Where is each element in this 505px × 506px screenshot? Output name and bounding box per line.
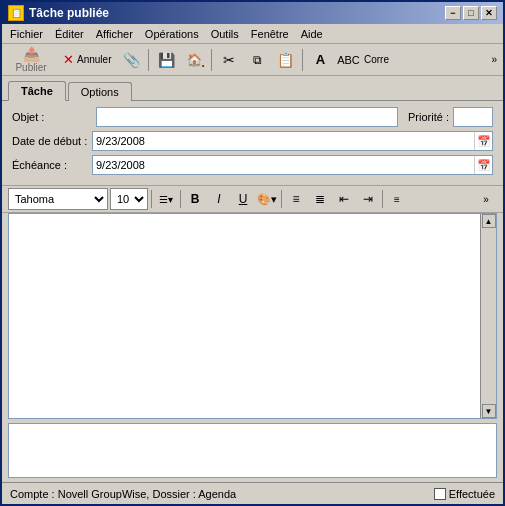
fmt-sep-1 bbox=[151, 190, 152, 208]
close-button[interactable]: ✕ bbox=[481, 6, 497, 20]
date-debut-wrap: 📅 bbox=[92, 131, 493, 151]
more-format-button[interactable]: ≡ bbox=[386, 188, 408, 210]
toolbar-separator-1 bbox=[148, 49, 149, 71]
effectuee-wrap: Effectuée bbox=[434, 488, 495, 500]
echeance-label: Échéance : bbox=[12, 159, 92, 171]
formatting-toolbar: Tahoma 10 ☰▾ B I U 🎨▾ ≡ ≣ ⇤ ⇥ ≡ » bbox=[2, 185, 503, 213]
editor-scrollbar: ▲ ▼ bbox=[480, 214, 496, 418]
cut-button[interactable]: ✂ bbox=[216, 47, 242, 73]
notes-area[interactable] bbox=[8, 423, 497, 478]
numbered-list-button[interactable]: ≣ bbox=[309, 188, 331, 210]
scroll-track[interactable] bbox=[482, 228, 496, 404]
titlebar: 📋 Tâche publiée − □ ✕ bbox=[2, 2, 503, 24]
echeance-calendar-button[interactable]: 📅 bbox=[474, 156, 492, 174]
titlebar-title: Tâche publiée bbox=[29, 6, 109, 20]
date-debut-row: Date de début : 📅 bbox=[12, 131, 493, 151]
size-select[interactable]: 10 bbox=[110, 188, 148, 210]
cancel-label: Annuler bbox=[77, 54, 111, 65]
paste-icon: 📋 bbox=[277, 52, 294, 68]
titlebar-icon: 📋 bbox=[8, 5, 24, 21]
priorite-input[interactable] bbox=[453, 107, 493, 127]
date-debut-input[interactable] bbox=[93, 134, 474, 148]
date-debut-calendar-button[interactable]: 📅 bbox=[474, 132, 492, 150]
color-button[interactable]: 🎨▾ bbox=[256, 188, 278, 210]
spell-button[interactable]: ABC bbox=[335, 47, 361, 73]
copy-icon: ⧉ bbox=[253, 53, 262, 67]
font-icon: A bbox=[316, 52, 325, 67]
decrease-indent-button[interactable]: ⇤ bbox=[333, 188, 355, 210]
italic-button[interactable]: I bbox=[208, 188, 230, 210]
objet-label: Objet : bbox=[12, 111, 92, 123]
toolbar-separator-3 bbox=[302, 49, 303, 71]
toolbar-separator-2 bbox=[211, 49, 212, 71]
fmt-sep-4 bbox=[382, 190, 383, 208]
menu-outils[interactable]: Outils bbox=[205, 26, 245, 42]
spell-icon: ABC bbox=[337, 54, 360, 66]
publish-button[interactable]: 📤 Publier bbox=[6, 47, 56, 73]
fmt-sep-3 bbox=[281, 190, 282, 208]
menu-aide[interactable]: Aide bbox=[295, 26, 329, 42]
paste-button[interactable]: 📋 bbox=[272, 47, 298, 73]
cancel-button[interactable]: ✕ Annuler bbox=[58, 47, 116, 73]
address-button[interactable]: 🏠 • bbox=[181, 47, 207, 73]
address-icon: 🏠 bbox=[187, 53, 202, 67]
increase-indent-button[interactable]: ⇥ bbox=[357, 188, 379, 210]
minimize-button[interactable]: − bbox=[445, 6, 461, 20]
echeance-row: Échéance : 📅 bbox=[12, 155, 493, 175]
echeance-input[interactable] bbox=[93, 158, 474, 172]
fmt-more[interactable]: » bbox=[475, 188, 497, 210]
underline-button[interactable]: U bbox=[232, 188, 254, 210]
maximize-button[interactable]: □ bbox=[463, 6, 479, 20]
align-dropdown-button[interactable]: ☰▾ bbox=[155, 188, 177, 210]
status-compte: Compte : Novell GroupWise, Dossier : Age… bbox=[10, 488, 236, 500]
status-left: Compte : Novell GroupWise, Dossier : Age… bbox=[10, 488, 236, 500]
editor-area: ▲ ▼ bbox=[8, 213, 497, 419]
tabs-row: Tâche Options bbox=[2, 76, 503, 100]
main-window: 📋 Tâche publiée − □ ✕ Fichier Éditer Aff… bbox=[0, 0, 505, 506]
font-select[interactable]: Tahoma bbox=[8, 188, 108, 210]
bold-button[interactable]: B bbox=[184, 188, 206, 210]
titlebar-left: 📋 Tâche publiée bbox=[8, 5, 109, 21]
corr-label: Corre bbox=[364, 54, 389, 65]
tab-options[interactable]: Options bbox=[68, 82, 132, 101]
scroll-down-button[interactable]: ▼ bbox=[482, 404, 496, 418]
tab-tache[interactable]: Tâche bbox=[8, 81, 66, 101]
form-area: Objet : Priorité : Date de début : 📅 Éch… bbox=[2, 100, 503, 185]
date-debut-label: Date de début : bbox=[12, 135, 92, 147]
corr-button[interactable]: Corre bbox=[363, 47, 389, 73]
bullet-list-button[interactable]: ≡ bbox=[285, 188, 307, 210]
copy-button[interactable]: ⧉ bbox=[244, 47, 270, 73]
fmt-sep-2 bbox=[180, 190, 181, 208]
attach-button[interactable]: 📎 bbox=[118, 47, 144, 73]
publish-label: Publier bbox=[15, 62, 46, 73]
font-button[interactable]: A bbox=[307, 47, 333, 73]
objet-row: Objet : Priorité : bbox=[12, 107, 493, 127]
statusbar: Compte : Novell GroupWise, Dossier : Age… bbox=[2, 482, 503, 504]
publish-icon: 📤 bbox=[23, 47, 40, 61]
cut-icon: ✂ bbox=[223, 52, 235, 68]
menu-afficher[interactable]: Afficher bbox=[90, 26, 139, 42]
menu-editer[interactable]: Éditer bbox=[49, 26, 90, 42]
effectuee-label: Effectuée bbox=[449, 488, 495, 500]
titlebar-buttons: − □ ✕ bbox=[445, 6, 497, 20]
toolbar: 📤 Publier ✕ Annuler 📎 💾 🏠 • ✂ ⧉ 📋 bbox=[2, 44, 503, 76]
save-icon: 💾 bbox=[158, 52, 175, 68]
cancel-icon: ✕ bbox=[63, 52, 74, 67]
scroll-up-button[interactable]: ▲ bbox=[482, 214, 496, 228]
attach-icon: 📎 bbox=[123, 52, 140, 68]
toolbar-more[interactable]: » bbox=[489, 52, 499, 67]
priorite-label: Priorité : bbox=[408, 111, 449, 123]
menubar: Fichier Éditer Afficher Opérations Outil… bbox=[2, 24, 503, 44]
menu-fichier[interactable]: Fichier bbox=[4, 26, 49, 42]
echeance-wrap: 📅 bbox=[92, 155, 493, 175]
effectuee-checkbox[interactable] bbox=[434, 488, 446, 500]
menu-fenetre[interactable]: Fenêtre bbox=[245, 26, 295, 42]
objet-input[interactable] bbox=[96, 107, 398, 127]
status-right: Effectuée bbox=[434, 488, 495, 500]
save-button[interactable]: 💾 bbox=[153, 47, 179, 73]
menu-operations[interactable]: Opérations bbox=[139, 26, 205, 42]
editor-content[interactable] bbox=[9, 214, 480, 418]
